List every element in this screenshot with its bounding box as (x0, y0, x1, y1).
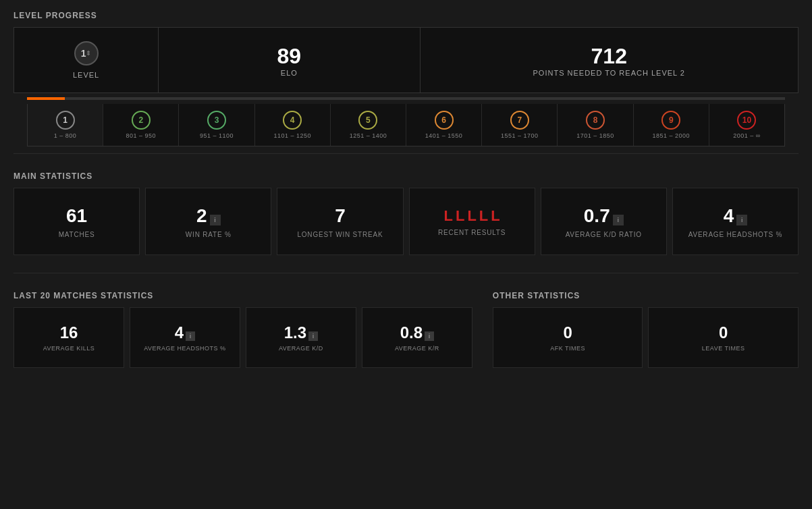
range-badge: 5 (358, 111, 377, 130)
points-card: 712 POINTS NEEDED TO REACH LEVEL 2 (421, 28, 799, 92)
recent-results-value: LLLLL (443, 207, 499, 225)
range-badge: 6 (435, 111, 454, 130)
points-value: 712 (591, 44, 627, 69)
elo-value: 89 (277, 44, 302, 69)
level-range-item: 41101 – 1250 (255, 104, 331, 146)
range-text: 801 – 950 (126, 132, 157, 139)
last20-title: LAST 20 MATCHES STATISTICS (13, 280, 472, 307)
other-stats-grid: 0AFK TIMES0LEAVE TIMES (493, 307, 799, 368)
info-icon: i (425, 331, 434, 341)
level-range-item: 2801 – 950 (103, 104, 179, 146)
info-icon: i (736, 215, 747, 225)
level-range-item: 11 – 800 (28, 104, 103, 146)
stat-card: 0.7iAVERAGE K/D RATIO (541, 188, 667, 255)
range-text: 1 – 800 (54, 132, 77, 139)
progress-bar-fill (27, 97, 65, 100)
range-text: 1551 – 1700 (501, 132, 539, 139)
range-badge: 10 (737, 111, 756, 130)
range-text: 951 – 1100 (200, 132, 234, 139)
stat-value: 4i (724, 205, 748, 227)
small-stat-value: 0.8i (400, 323, 434, 342)
separator-2 (13, 273, 799, 273)
elo-label: ELO (281, 69, 298, 77)
stat-card: LLLLLRECENT RESULTS (409, 188, 535, 255)
last20-stats-grid: 16AVERAGE KILLS4iAVERAGE HEADSHOTS %1.3i… (13, 307, 472, 368)
info-icon: i (210, 215, 221, 225)
small-stat-label: LEAVE TIMES (702, 345, 745, 352)
main-stats-title: MAIN STATISTICS (0, 161, 812, 188)
level-label: LEVEL (73, 71, 99, 79)
small-stat-card: 16AVERAGE KILLS (13, 307, 124, 368)
small-stat-label: AFK TIMES (550, 345, 585, 352)
range-badge: 8 (586, 111, 605, 130)
small-stat-card: 0LEAVE TIMES (648, 307, 799, 368)
small-stat-card: 1.3iAVERAGE K/D (246, 307, 356, 368)
stat-card: 4iAVERAGE HEADSHOTS % (672, 188, 799, 255)
badge-arrows: ⇕ (86, 51, 91, 57)
level-range-item: 51251 – 1400 (331, 104, 406, 146)
range-text: 2001 – ∞ (733, 132, 760, 139)
range-text: 1851 – 2000 (652, 132, 690, 139)
small-stat-label: AVERAGE K/D (279, 345, 323, 352)
level-range-item: 81701 – 1850 (558, 104, 633, 146)
stat-label: AVERAGE K/D RATIO (566, 231, 642, 238)
other-stats-title: OTHER STATISTICS (493, 280, 799, 307)
stat-card: 7LONGEST WIN STREAK (277, 188, 403, 255)
range-badge: 7 (510, 111, 529, 130)
main-stats-grid: 61MATCHES2iWIN RATE %7LONGEST WIN STREAK… (0, 188, 812, 266)
small-stat-label: AVERAGE HEADSHOTS % (144, 345, 225, 352)
stat-value: 7 (335, 205, 346, 227)
small-stat-label: AVERAGE K/R (395, 345, 439, 352)
level-range-item: 3951 – 1100 (179, 104, 254, 146)
range-badge: 4 (283, 111, 302, 130)
level-badge: 1 ⇕ (74, 41, 99, 65)
range-badge: 1 (56, 111, 75, 130)
info-icon: i (308, 331, 318, 341)
range-text: 1101 – 1250 (273, 132, 311, 139)
stat-value: 2i (196, 205, 221, 227)
level-range-row: 11 – 8002801 – 9503951 – 110041101 – 125… (27, 104, 785, 146)
stat-label: LONGEST WIN STREAK (297, 231, 383, 238)
stat-value: 0.7i (584, 205, 624, 227)
range-badge: 3 (207, 111, 226, 130)
small-stat-card: 0AFK TIMES (493, 307, 643, 368)
small-stat-value: 0 (563, 323, 572, 342)
level-card: 1 ⇕ LEVEL (14, 28, 159, 92)
bottom-section: LAST 20 MATCHES STATISTICS 16AVERAGE KIL… (0, 280, 812, 368)
other-stats-section: OTHER STATISTICS 0AFK TIMES0LEAVE TIMES (493, 280, 799, 368)
range-badge: 9 (661, 111, 680, 130)
stat-card: 61MATCHES (13, 188, 140, 255)
range-text: 1401 – 1550 (425, 132, 463, 139)
small-stat-value: 4i (175, 323, 195, 342)
separator-1 (13, 153, 799, 154)
range-text: 1251 – 1400 (350, 132, 387, 139)
last20-section: LAST 20 MATCHES STATISTICS 16AVERAGE KIL… (13, 280, 472, 368)
level-cards: 1 ⇕ LEVEL 89 ELO 712 POINTS NEEDED TO RE… (13, 27, 799, 93)
stat-label: WIN RATE % (186, 231, 232, 238)
level-range-item: 71551 – 1700 (482, 104, 558, 146)
small-stat-card: 0.8iAVERAGE K/R (362, 307, 472, 368)
small-stat-value: 1.3i (284, 323, 318, 342)
stat-label: AVERAGE HEADSHOTS % (688, 231, 783, 238)
small-stat-label: AVERAGE KILLS (43, 345, 94, 352)
info-icon: i (613, 215, 624, 225)
level-range-item: 61401 – 1550 (406, 104, 482, 146)
points-label: POINTS NEEDED TO REACH LEVEL 2 (533, 69, 685, 77)
small-stat-card: 4iAVERAGE HEADSHOTS % (130, 307, 240, 368)
stat-label: MATCHES (59, 231, 95, 238)
elo-card: 89 ELO (159, 28, 420, 92)
range-text: 1701 – 1850 (576, 132, 614, 139)
info-icon: i (186, 331, 195, 341)
stat-card: 2iWIN RATE % (145, 188, 271, 255)
level-range-item: 102001 – ∞ (709, 104, 784, 146)
small-stat-value: 16 (60, 323, 78, 342)
stat-label: RECENT RESULTS (438, 229, 506, 236)
stat-value: 61 (66, 205, 87, 227)
level-range-item: 91851 – 2000 (634, 104, 709, 146)
range-badge: 2 (132, 111, 151, 130)
level-progress-title: LEVEL PROGRESS (0, 0, 812, 27)
small-stat-value: 0 (719, 323, 728, 342)
progress-bar-container (27, 97, 785, 100)
